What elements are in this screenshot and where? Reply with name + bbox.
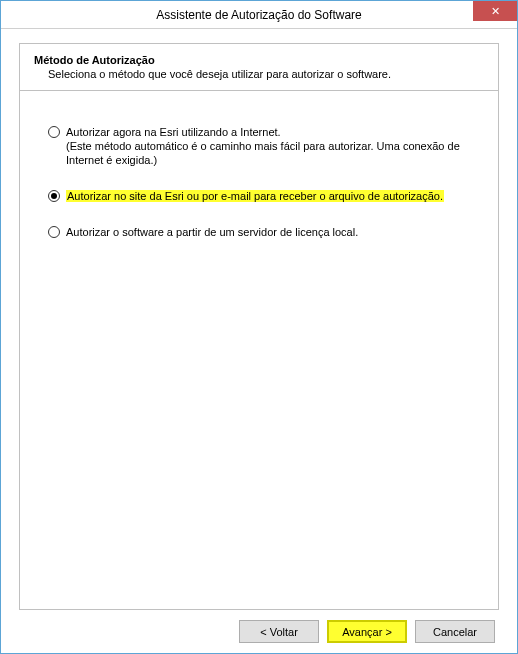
radio-local[interactable]	[48, 226, 60, 238]
close-icon: ✕	[491, 5, 500, 18]
page-subheading: Seleciona o método que você deseja utili…	[48, 68, 484, 80]
next-button[interactable]: Avançar >	[327, 620, 407, 643]
option-internet-text: Autorizar agora na Esri utilizando a Int…	[66, 125, 478, 167]
option-email[interactable]: Autorizar no site da Esri ou por e-mail …	[48, 189, 478, 203]
wizard-window: Assistente de Autorização do Software ✕ …	[0, 0, 518, 654]
option-local-label: Autorizar o software a partir de um serv…	[66, 225, 358, 239]
option-email-label: Autorizar no site da Esri ou por e-mail …	[66, 190, 444, 202]
option-internet-label: Autorizar agora na Esri utilizando a Int…	[66, 125, 478, 139]
content-area: Método de Autorização Seleciona o método…	[1, 29, 517, 653]
option-local-text: Autorizar o software a partir de um serv…	[66, 225, 358, 239]
page-heading: Método de Autorização	[34, 54, 484, 66]
options-group: Autorizar agora na Esri utilizando a Int…	[20, 91, 498, 271]
cancel-button[interactable]: Cancelar	[415, 620, 495, 643]
option-email-text: Autorizar no site da Esri ou por e-mail …	[66, 189, 444, 203]
close-button[interactable]: ✕	[473, 1, 517, 21]
inner-panel: Método de Autorização Seleciona o método…	[19, 43, 499, 610]
back-button[interactable]: < Voltar	[239, 620, 319, 643]
option-internet-sub: (Este método automático é o caminho mais…	[66, 139, 478, 167]
radio-email[interactable]	[48, 190, 60, 202]
titlebar: Assistente de Autorização do Software ✕	[1, 1, 517, 29]
radio-internet[interactable]	[48, 126, 60, 138]
window-title: Assistente de Autorização do Software	[1, 8, 517, 22]
button-row: < Voltar Avançar > Cancelar	[19, 610, 499, 643]
option-local[interactable]: Autorizar o software a partir de um serv…	[48, 225, 478, 239]
header-section: Método de Autorização Seleciona o método…	[20, 44, 498, 88]
option-internet[interactable]: Autorizar agora na Esri utilizando a Int…	[48, 125, 478, 167]
